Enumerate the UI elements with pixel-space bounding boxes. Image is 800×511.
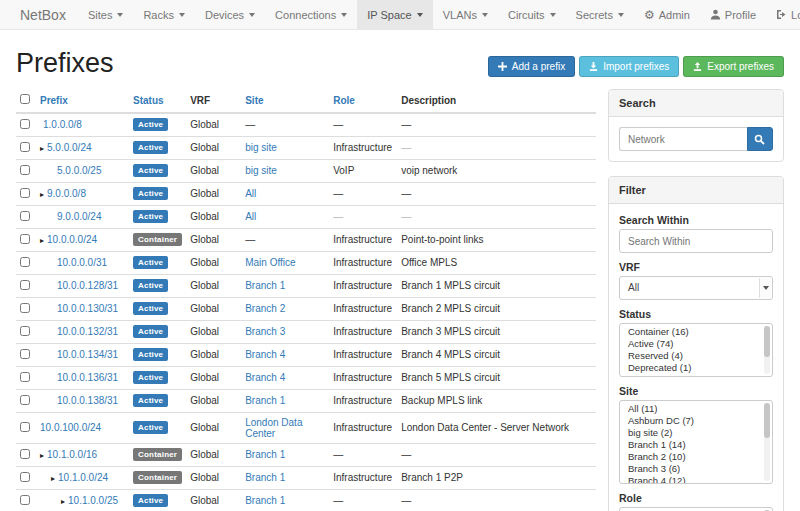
site-option[interactable]: Ashburn DC (7): [620, 415, 772, 427]
status-badge: Active: [133, 371, 168, 384]
import-prefixes-button[interactable]: Import prefixes: [579, 56, 679, 77]
row-checkbox[interactable]: [20, 234, 30, 244]
row-checkbox[interactable]: [20, 142, 30, 152]
nav-item-connections[interactable]: Connections: [265, 0, 357, 29]
site-link[interactable]: Branch 4: [245, 372, 285, 383]
row-checkbox[interactable]: [20, 257, 30, 267]
status-option[interactable]: Deprecated (1): [620, 362, 772, 374]
select-dropdown-strip[interactable]: [759, 278, 771, 298]
sort-site-header[interactable]: Site: [245, 95, 263, 106]
site-link[interactable]: Branch 1: [245, 449, 285, 460]
prefix-link[interactable]: 10.0.0.130/31: [57, 303, 118, 314]
select-all-checkbox[interactable]: [20, 94, 30, 104]
row-checkbox[interactable]: [20, 472, 30, 482]
scrollbar-track[interactable]: [764, 326, 770, 374]
prefix-link[interactable]: 5.0.0.0/25: [57, 165, 101, 176]
status-option[interactable]: Reserved (4): [620, 350, 772, 362]
prefix-link[interactable]: 10.0.0.128/31: [57, 280, 118, 291]
site-link[interactable]: Main Office: [245, 257, 295, 268]
prefix-link[interactable]: 9.0.0.0/24: [57, 211, 101, 222]
sort-role-header[interactable]: Role: [333, 95, 355, 106]
site-link[interactable]: Branch 1: [245, 495, 285, 506]
profile-link[interactable]: Profile: [700, 0, 766, 29]
row-checkbox[interactable]: [20, 280, 30, 290]
search-input[interactable]: [619, 127, 747, 151]
vrf-header: VRF: [186, 89, 241, 113]
row-checkbox[interactable]: [20, 303, 30, 313]
logout-link[interactable]: Log out: [766, 0, 800, 29]
site-link[interactable]: Branch 4: [245, 349, 285, 360]
nav-item-vlans[interactable]: VLANs: [433, 0, 498, 29]
prefix-link[interactable]: 10.0.0.134/31: [57, 349, 118, 360]
row-checkbox[interactable]: [20, 211, 30, 221]
prefix-link[interactable]: 10.1.0.0/16: [47, 449, 97, 460]
nav-item-sites[interactable]: Sites: [78, 0, 133, 29]
site-link[interactable]: big site: [245, 165, 277, 176]
row-checkbox[interactable]: [20, 449, 30, 459]
search-within-input[interactable]: [619, 229, 773, 253]
site-option[interactable]: Branch 1 (14): [620, 439, 772, 451]
description-value: Office MPLS: [397, 251, 596, 274]
site-option[interactable]: Branch 4 (12): [620, 475, 772, 484]
nav-item-circuits[interactable]: Circuits: [498, 0, 566, 29]
row-checkbox[interactable]: [20, 495, 30, 505]
scrollbar-thumb[interactable]: [764, 326, 770, 357]
site-option[interactable]: All (11): [620, 403, 772, 415]
search-button[interactable]: [747, 127, 773, 151]
nav-item-secrets[interactable]: Secrets: [566, 0, 634, 29]
site-link[interactable]: All: [245, 188, 256, 199]
row-checkbox[interactable]: [20, 395, 30, 405]
site-option[interactable]: Branch 3 (6): [620, 463, 772, 475]
site-link[interactable]: big site: [245, 142, 277, 153]
prefix-link[interactable]: 10.0.0.0/31: [57, 257, 107, 268]
row-checkbox[interactable]: [20, 165, 30, 175]
prefix-link[interactable]: 5.0.0.0/24: [47, 142, 91, 153]
nav-item-devices[interactable]: Devices: [195, 0, 265, 29]
site-option[interactable]: Branch 2 (10): [620, 451, 772, 463]
prefix-link[interactable]: 1.0.0.0/8: [43, 119, 82, 130]
site-link[interactable]: London Data Center: [245, 417, 302, 439]
nav-item-racks[interactable]: Racks: [133, 0, 195, 29]
scrollbar-track[interactable]: [764, 403, 770, 481]
row-checkbox[interactable]: [20, 372, 30, 382]
status-option[interactable]: Container (16): [620, 326, 772, 338]
site-option[interactable]: big site (2): [620, 427, 772, 439]
row-checkbox[interactable]: [20, 188, 30, 198]
site-link[interactable]: Branch 1: [245, 280, 285, 291]
row-checkbox[interactable]: [20, 349, 30, 359]
row-checkbox[interactable]: [20, 422, 30, 432]
row-checkbox[interactable]: [20, 119, 30, 129]
site-link[interactable]: All: [245, 211, 256, 222]
plus-icon: [498, 62, 507, 71]
prefix-link[interactable]: 10.1.0.0/25: [68, 495, 118, 506]
scrollbar-thumb[interactable]: [764, 403, 770, 438]
site-link[interactable]: Branch 2: [245, 303, 285, 314]
app-brand[interactable]: NetBox: [8, 0, 78, 29]
row-checkbox[interactable]: [20, 326, 30, 336]
sidebar: Search Filter S: [608, 89, 784, 511]
prefix-link[interactable]: 10.0.0.0/24: [47, 234, 97, 245]
nav-item-ip-space[interactable]: IP Space: [357, 0, 432, 29]
site-link[interactable]: Branch 1: [245, 472, 285, 483]
prefix-link[interactable]: 10.0.0.138/31: [57, 395, 118, 406]
vrf-value: Global: [186, 251, 241, 274]
chevron-down-icon: [482, 13, 488, 17]
status-badge: Active: [133, 494, 168, 507]
prefix-link[interactable]: 10.1.0.0/24: [58, 472, 108, 483]
prefix-link[interactable]: 9.0.0.0/8: [47, 188, 86, 199]
site-link[interactable]: Branch 1: [245, 395, 285, 406]
table-row: 10.0.0.134/31 Active Global Branch 4 Inf…: [16, 343, 596, 366]
prefix-link[interactable]: 10.0.100.0/24: [40, 422, 101, 433]
prefix-link[interactable]: 10.0.0.136/31: [57, 372, 118, 383]
admin-link[interactable]: ⚙ Admin: [634, 0, 700, 29]
status-badge: Active: [133, 302, 168, 315]
status-option[interactable]: Active (74): [620, 338, 772, 350]
table-row: 1.0.0.0/8 Active Global — — —: [16, 113, 596, 136]
add-prefix-button[interactable]: Add a prefix: [488, 56, 575, 77]
prefix-link[interactable]: 10.0.0.132/31: [57, 326, 118, 337]
vrf-select[interactable]: All: [619, 276, 773, 300]
site-link[interactable]: Branch 3: [245, 326, 285, 337]
sort-prefix-header[interactable]: Prefix: [40, 95, 68, 106]
export-prefixes-button[interactable]: Export prefixes: [683, 56, 784, 77]
sort-status-header[interactable]: Status: [133, 95, 164, 106]
